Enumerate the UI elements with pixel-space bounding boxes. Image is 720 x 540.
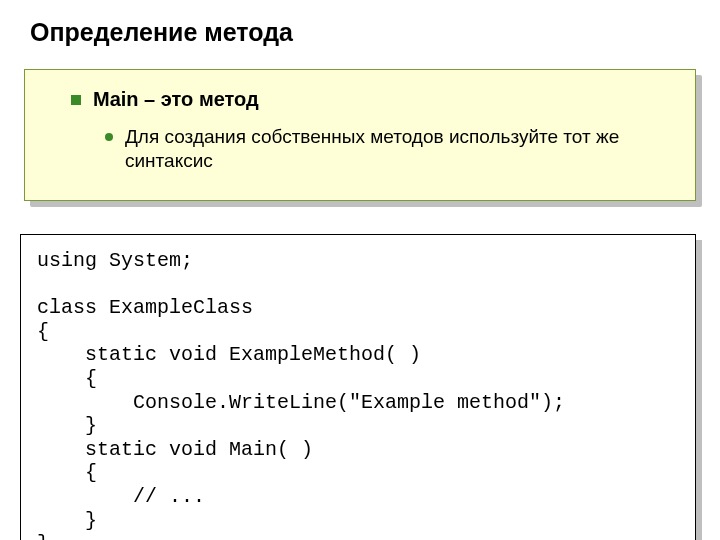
code-line: static void ExampleMethod( ) (37, 343, 421, 366)
code-line: } (37, 509, 97, 532)
square-bullet-icon (71, 95, 81, 105)
code-line: { (37, 461, 97, 484)
code-line: { (37, 320, 49, 343)
bullet-panel: Main – это метод Для создания собственны… (24, 69, 696, 201)
code-line: // ... (37, 485, 205, 508)
code-line: using System; (37, 249, 193, 272)
dot-bullet-icon (105, 133, 113, 141)
bullet-level-2: Для создания собственных методов использ… (105, 125, 677, 174)
code-line: { (37, 367, 97, 390)
panel-body: Main – это метод Для создания собственны… (24, 69, 696, 201)
code-line: Console.WriteLine("Example method"); (37, 391, 565, 414)
bullet-level-1: Main – это метод (71, 88, 677, 111)
code-line: } (37, 532, 49, 540)
slide: Определение метода Main – это метод Для … (0, 0, 720, 540)
slide-title: Определение метода (0, 18, 720, 47)
bullet-text: Main – это метод (93, 88, 259, 111)
code-line: } (37, 414, 97, 437)
sub-bullet-text: Для создания собственных методов использ… (125, 125, 665, 174)
code-panel: using System; class ExampleClass { stati… (20, 234, 696, 540)
code-line: static void Main( ) (37, 438, 313, 461)
code-block: using System; class ExampleClass { stati… (20, 234, 696, 540)
code-line: class ExampleClass (37, 296, 253, 319)
